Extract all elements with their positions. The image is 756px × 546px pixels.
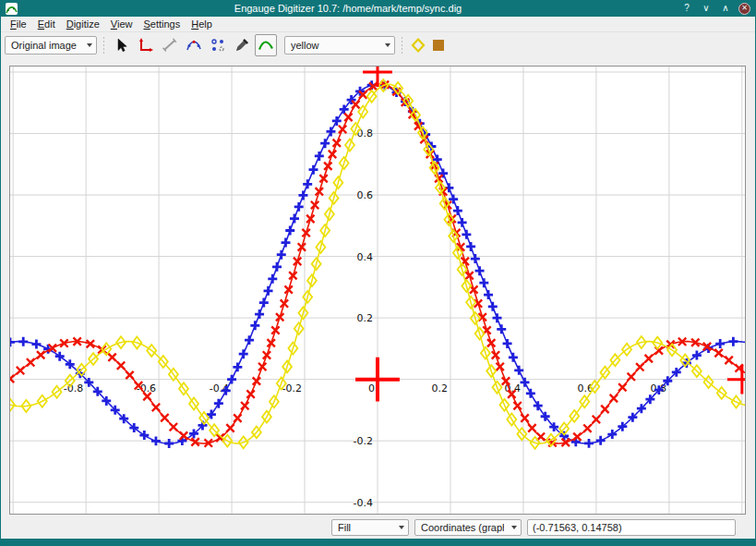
app-window: Engauge Digitizer 10.7: /home/mark/temp/…: [0, 0, 756, 546]
close-button[interactable]: ✕: [738, 3, 750, 15]
curve-combo-value: yellow: [291, 40, 378, 51]
menu-edit[interactable]: Edit: [32, 18, 61, 30]
minimize-button[interactable]: ∨: [700, 2, 713, 15]
svg-text:-0.2: -0.2: [354, 435, 373, 447]
curve-point-tool-button[interactable]: [183, 34, 205, 56]
window-title: Engauge Digitizer 10.7: /home/mark/temp/…: [21, 3, 675, 14]
statusbar: Fill Coordinates (graph):: [1, 516, 755, 539]
cursor-arrow-icon: [114, 37, 130, 54]
select-tool-button[interactable]: [111, 34, 133, 56]
segment-fill-tool-button[interactable]: [255, 34, 277, 56]
line-style-indicator: [429, 36, 448, 55]
scale-bar-icon: [162, 37, 178, 54]
menu-settings[interactable]: Settings: [138, 18, 186, 30]
curve-point-icon: [186, 37, 202, 54]
svg-text:0.2: 0.2: [432, 382, 448, 394]
axis-point-tool-button[interactable]: [135, 34, 157, 56]
menu-file[interactable]: File: [5, 18, 32, 30]
chevron-down-icon: [399, 526, 404, 529]
menu-digitize[interactable]: Digitize: [61, 18, 105, 30]
svg-text:0: 0: [368, 382, 375, 394]
window-bottom-border: [1, 539, 755, 546]
point-match-icon: [210, 37, 226, 54]
svg-text:-0.4: -0.4: [354, 497, 373, 509]
menubar: File Edit Digitize View Settings Help: [1, 17, 755, 32]
engauge-logo-icon: [6, 3, 18, 15]
svg-text:0.6: 0.6: [357, 189, 373, 201]
graph-view[interactable]: -0.8-0.6-0.4-0.200.20.40.60.80.80.60.40.…: [9, 66, 746, 515]
coordinates-combo-value: Coordinates (graph):: [421, 522, 504, 533]
svg-text:0.2: 0.2: [357, 312, 373, 324]
point-style-indicator: [409, 36, 427, 55]
point-match-tool-button[interactable]: [207, 34, 229, 56]
titlebar[interactable]: Engauge Digitizer 10.7: /home/mark/temp/…: [1, 0, 755, 17]
color-picker-icon: [234, 37, 250, 54]
zoom-combo[interactable]: Fill: [331, 519, 409, 536]
zoom-combo-value: Fill: [338, 522, 391, 533]
coordinates-display[interactable]: [527, 519, 736, 536]
chevron-down-icon: [511, 526, 517, 529]
background-combo-value: Original image: [11, 40, 79, 51]
plot-canvas[interactable]: -0.8-0.6-0.4-0.200.20.40.60.80.80.60.40.…: [10, 67, 745, 514]
window-controls: ? ∨ ∧ ✕: [680, 2, 750, 15]
canvas-area: -0.8-0.6-0.4-0.200.20.40.60.80.80.60.40.…: [1, 58, 755, 516]
coordinates-combo[interactable]: Coordinates (graph):: [414, 519, 522, 536]
axis-point-icon: [138, 37, 154, 54]
menu-help[interactable]: Help: [186, 18, 218, 30]
toolbar-separator: [402, 37, 402, 54]
chevron-down-icon: [87, 43, 92, 47]
background-combo[interactable]: Original image: [5, 36, 97, 55]
color-picker-tool-button[interactable]: [231, 34, 253, 56]
scale-bar-tool-button[interactable]: [159, 34, 181, 56]
segment-fill-icon: [258, 37, 274, 54]
point-style-diamond-icon: [410, 37, 426, 54]
svg-text:0.4: 0.4: [357, 251, 373, 263]
toolbar-separator: [103, 37, 104, 54]
chevron-down-icon: [385, 43, 390, 47]
menu-view[interactable]: View: [105, 18, 138, 30]
maximize-button[interactable]: ∧: [719, 2, 732, 15]
toolbar: Original image: [1, 32, 755, 58]
curve-combo[interactable]: yellow: [284, 36, 395, 55]
line-style-square-icon: [430, 37, 447, 54]
help-button[interactable]: ?: [680, 2, 693, 15]
